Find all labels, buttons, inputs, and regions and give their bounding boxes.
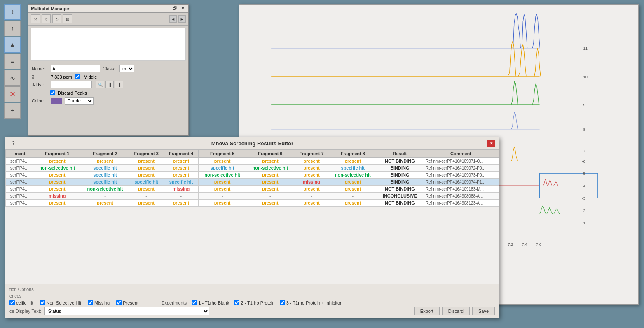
cell-f1: present — [33, 186, 81, 193]
display-select[interactable]: Status — [44, 307, 209, 315]
name-input[interactable] — [51, 65, 100, 72]
missing-checkbox[interactable] — [88, 300, 93, 305]
col-header-result: Result — [377, 150, 423, 158]
cell-comment: Ref nmr-scrPP416#109183-M... — [423, 186, 499, 193]
mp-delete-btn[interactable]: ✕ — [31, 14, 40, 23]
cell-f5: specific hit — [198, 165, 246, 172]
jlist-bar-btn[interactable]: ▐ — [105, 81, 114, 88]
bottom-row: ce Display Text: Status Export Discard S… — [9, 307, 495, 315]
cell-f1: present — [33, 172, 81, 179]
mp-next-btn[interactable]: ► — [178, 15, 186, 23]
toolbar-btn-cross[interactable]: ✕ — [4, 86, 21, 102]
table-row[interactable]: scrPP4...missing-------INCONCLUSIVERef n… — [6, 193, 499, 200]
cell-f2: - — [81, 193, 129, 200]
middle-checkbox[interactable] — [75, 74, 80, 79]
cell-result: BINDING — [377, 179, 423, 186]
jlist-search-btn[interactable]: 🔍 — [96, 81, 104, 88]
svg-rect-7 — [540, 173, 598, 198]
screening-title-text: Mnova Screening Results Editor — [17, 140, 487, 147]
cell-result: NOT BINDING — [377, 200, 423, 207]
screening-results-editor: ? Mnova Screening Results Editor ✕ iment… — [5, 137, 499, 318]
mp-grid-btn[interactable]: ⊞ — [63, 14, 72, 23]
exp2-label: 2 - T1rho Protein — [241, 300, 274, 305]
cell-f5: non-selective hit — [198, 172, 246, 179]
left-toolbar: ↕ ↕ ▲ ≡ ∿ ✕ ÷ — [4, 4, 27, 119]
svg-text:-10: -10 — [582, 74, 588, 79]
toolbar-btn-integral[interactable]: ∿ — [4, 70, 21, 86]
table-row[interactable]: scrPP4...non-selective hitspecific hitpr… — [6, 165, 499, 172]
table-row[interactable]: scrPP4...presentpresentpresentpresentpre… — [6, 158, 499, 165]
mp-undo-btn[interactable]: ↺ — [42, 14, 51, 23]
toolbar-btn-select[interactable]: ↕ — [4, 4, 21, 20]
action-buttons: Export Discard Save — [414, 307, 495, 315]
cell-f2: specific hit — [81, 172, 129, 179]
cell-f7: present — [294, 186, 329, 193]
checkboxes-row: ecific Hit Non Selective Hit Missing Pre… — [9, 300, 495, 305]
exp3-checkbox-item: 3 - T1rho Protein + Inhibitor — [280, 300, 342, 305]
cell-f6: present — [246, 179, 294, 186]
toolbar-btn-zoom[interactable]: ↕ — [4, 21, 21, 36]
exp1-checkbox[interactable] — [192, 300, 197, 305]
table-row[interactable]: scrPP4...presentnon-selective hitpresent… — [6, 186, 499, 193]
col-header-f2: Fragment 2 — [81, 150, 129, 158]
multiplet-restore-btn[interactable]: 🗗 — [171, 6, 178, 11]
cell-id: scrPP4... — [6, 165, 33, 172]
svg-text:-5: -5 — [582, 171, 585, 176]
svg-text:7.2: 7.2 — [508, 242, 513, 247]
multiplet-manager-panel: Multiplet Manager 🗗 ✕ ✕ ↺ ↻ ⊞ ◄ ► Name: … — [28, 4, 189, 136]
toolbar-btn-peak[interactable]: ▲ — [4, 37, 21, 53]
multiplet-toolbar: ✕ ↺ ↻ ⊞ ◄ ► — [28, 13, 188, 26]
cell-f2: specific hit — [81, 165, 129, 172]
table-header-row: iment Fragment 1 Fragment 2 Fragment 3 F… — [6, 150, 499, 158]
delta-label: δ: — [32, 74, 48, 79]
exp3-label: 3 - T1rho Protein + Inhibitor — [286, 300, 342, 305]
options-section-label: tion Options — [9, 287, 495, 292]
jlist-bar2-btn[interactable]: ▐ — [115, 81, 123, 88]
table-row[interactable]: scrPP4...presentspecific hitspecific hit… — [6, 179, 499, 186]
exp3-checkbox[interactable] — [280, 300, 285, 305]
screening-close-button[interactable]: ✕ — [487, 140, 495, 147]
svg-text:-2: -2 — [582, 208, 585, 213]
cell-id: scrPP4... — [6, 200, 33, 207]
svg-text:7.4: 7.4 — [522, 242, 527, 247]
cell-f2: non-selective hit — [81, 186, 129, 193]
col-header-f6: Fragment 6 — [246, 150, 294, 158]
results-table-container[interactable]: iment Fragment 1 Fragment 2 Fragment 3 F… — [5, 149, 499, 284]
toolbar-btn-divide[interactable]: ÷ — [4, 103, 21, 119]
cell-f5: present — [198, 186, 246, 193]
export-button[interactable]: Export — [414, 307, 440, 315]
cell-f1: missing — [33, 193, 81, 200]
mp-prev-btn[interactable]: ◄ — [169, 15, 177, 23]
non-selective-checkbox-item: Non Selective Hit — [40, 300, 81, 305]
specific-hit-label: ecific Hit — [16, 300, 33, 305]
cell-f2: present — [81, 200, 129, 207]
save-button[interactable]: Save — [472, 307, 495, 315]
multiplet-close-btn[interactable]: ✕ — [180, 6, 186, 11]
table-row[interactable]: scrPP4...presentpresentpresentpresentpre… — [6, 200, 499, 207]
cell-comment: Ref nmr-scrPP416#109074-P1... — [423, 179, 499, 186]
jlist-label: J-List: — [32, 82, 48, 87]
class-select[interactable]: msdtq — [119, 65, 134, 72]
color-select[interactable]: PurpleBlueGreenRed — [65, 97, 94, 105]
mp-redo-btn[interactable]: ↻ — [52, 14, 61, 23]
discard-peaks-checkbox[interactable] — [50, 90, 55, 95]
cell-f8: specific hit — [329, 165, 377, 172]
table-row[interactable]: scrPP4...presentspecific hitpresentprese… — [6, 172, 499, 179]
cell-f6: present — [246, 200, 294, 207]
cell-f3: present — [129, 200, 164, 207]
cell-comment: Ref nmr-scrPP416#109073-P0... — [423, 172, 499, 179]
present-checkbox[interactable] — [116, 300, 122, 305]
missing-label: Missing — [94, 300, 110, 305]
non-selective-checkbox[interactable] — [40, 300, 45, 305]
cell-f7: present — [294, 158, 329, 165]
svg-text:-6: -6 — [582, 159, 585, 163]
svg-text:-7: -7 — [582, 149, 585, 153]
cell-f8: present — [329, 158, 377, 165]
jlist-input[interactable] — [51, 81, 92, 88]
cell-f3: present — [129, 158, 164, 165]
specific-hit-checkbox[interactable] — [9, 300, 15, 305]
discard-button[interactable]: Discard — [442, 307, 470, 315]
help-button[interactable]: ? — [9, 140, 17, 146]
exp2-checkbox[interactable] — [234, 300, 239, 305]
toolbar-btn-multiplet[interactable]: ≡ — [4, 54, 21, 69]
